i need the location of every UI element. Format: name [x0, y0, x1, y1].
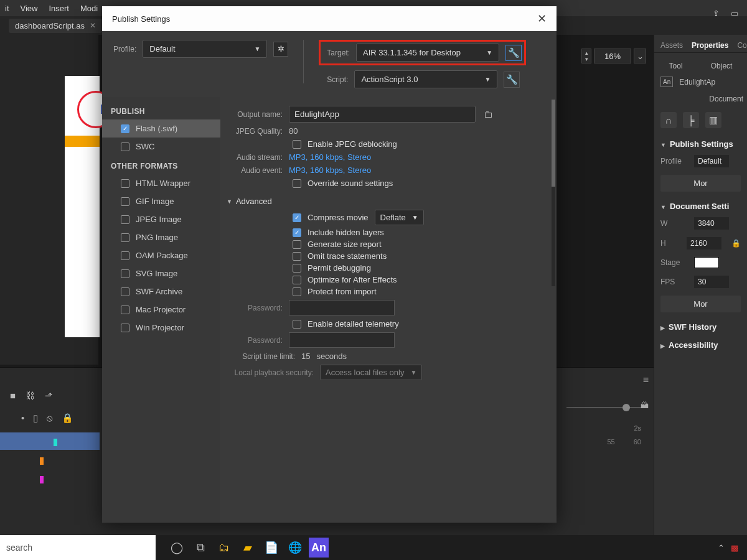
script-limit-value[interactable]: 15: [301, 352, 310, 361]
sidebar-item-swf-archive[interactable]: SWF Archive: [102, 282, 220, 301]
checkbox[interactable]: [121, 215, 129, 224]
dot-icon[interactable]: •: [21, 413, 24, 424]
eye-off-icon[interactable]: ⦸: [47, 413, 53, 424]
page-icon[interactable]: ▯: [33, 413, 38, 424]
close-icon[interactable]: ✕: [537, 12, 547, 26]
checkbox-telemetry[interactable]: [293, 320, 301, 329]
sidebar-item-svg[interactable]: SVG Image: [102, 264, 220, 282]
scrollbar-thumb[interactable]: [552, 100, 555, 187]
checkbox-compress[interactable]: [293, 213, 301, 222]
slider-knob[interactable]: [622, 404, 630, 411]
checkbox-protect-import[interactable]: [293, 287, 301, 296]
script-settings-button[interactable]: 🔧: [504, 72, 520, 88]
taskbar-search[interactable]: search: [0, 535, 156, 560]
menu-modify[interactable]: Modi: [80, 4, 98, 13]
more-settings-button[interactable]: Mor: [660, 175, 741, 192]
section-accessibility[interactable]: Accessibility: [654, 334, 747, 352]
audio-event-link[interactable]: MP3, 160 kbps, Stereo: [289, 166, 371, 175]
task-view-icon[interactable]: ⧉: [190, 538, 210, 558]
cortana-icon[interactable]: ◯: [167, 538, 187, 558]
sidebar-item-mac-projector[interactable]: Mac Projector: [102, 301, 220, 319]
zoom-stepper[interactable]: ▴▾: [581, 49, 591, 63]
scrollbar[interactable]: [552, 100, 555, 286]
menu-edit[interactable]: it: [5, 4, 9, 13]
sidebar-item-png[interactable]: PNG Image: [102, 228, 220, 246]
fps-value[interactable]: 30: [694, 276, 729, 288]
subtab-object[interactable]: Object: [711, 62, 733, 70]
checkbox-hidden-layers[interactable]: [293, 228, 301, 237]
panel-menu-icon[interactable]: ≡: [643, 375, 649, 386]
stage-color-swatch[interactable]: [694, 257, 719, 268]
selected-layer[interactable]: [0, 432, 100, 450]
checkbox[interactable]: [121, 251, 129, 260]
film-icon[interactable]: ▥: [705, 112, 721, 128]
lock-icon[interactable]: 🔒: [731, 239, 741, 248]
zoom-dropdown[interactable]: ⌄: [634, 49, 646, 63]
menu-insert[interactable]: Insert: [49, 4, 69, 13]
subtab-tool[interactable]: Tool: [669, 62, 683, 70]
share-icon[interactable]: ⇪: [713, 9, 720, 18]
target-dropdown[interactable]: AIR 33.1.1.345 for Desktop ▼: [356, 44, 499, 62]
workspace-icon[interactable]: ▭: [731, 9, 738, 18]
local-playback-dropdown[interactable]: Access local files only▼: [320, 365, 422, 380]
sidebar-item-gif[interactable]: GIF Image: [102, 192, 220, 210]
notepad-icon[interactable]: 📄: [261, 538, 281, 558]
checkbox[interactable]: [121, 324, 129, 332]
sticky-notes-icon[interactable]: ▰: [238, 538, 258, 558]
tab-properties[interactable]: Properties: [690, 39, 730, 52]
doc-height[interactable]: 2160: [687, 237, 721, 250]
close-icon[interactable]: ✕: [90, 21, 96, 30]
align-icon[interactable]: ╞: [683, 112, 699, 128]
checkbox[interactable]: [121, 287, 129, 296]
checkbox[interactable]: [121, 306, 129, 314]
checkbox-omit-trace[interactable]: [293, 252, 301, 261]
section-document-settings[interactable]: Document Setti: [654, 195, 747, 213]
checkbox-permit-debug[interactable]: [293, 264, 301, 273]
stage-canvas[interactable]: E: [65, 76, 100, 337]
checkbox[interactable]: [121, 124, 129, 133]
menu-view[interactable]: View: [21, 4, 38, 13]
checkbox[interactable]: [121, 142, 129, 151]
checkbox[interactable]: [121, 269, 129, 278]
sidebar-item-html-wrapper[interactable]: HTML Wrapper: [102, 174, 220, 192]
chrome-icon[interactable]: 🌐: [285, 538, 305, 558]
sidebar-item-oam[interactable]: OAM Package: [102, 246, 220, 264]
zoom-value[interactable]: 16%: [594, 49, 631, 63]
timeline-zoom-slider[interactable]: [566, 407, 641, 408]
animate-icon[interactable]: An: [309, 538, 329, 558]
camera-icon[interactable]: ■: [10, 390, 16, 401]
profile-value[interactable]: Default: [694, 155, 729, 167]
graph-icon[interactable]: ⛓: [26, 390, 35, 401]
checkbox-optimize-ae[interactable]: [293, 276, 301, 284]
sidebar-item-swc[interactable]: SWC: [102, 138, 220, 156]
doc-width[interactable]: 3840: [694, 217, 729, 230]
section-swf-history[interactable]: SWF History: [654, 316, 747, 334]
chart-icon[interactable]: ⬏: [45, 390, 53, 401]
tab-assets[interactable]: Assets: [659, 39, 684, 52]
jpeg-quality-value[interactable]: 80: [289, 126, 298, 136]
tray-chevron-icon[interactable]: ⌃: [718, 543, 725, 553]
profile-dropdown[interactable]: Default ▼: [143, 40, 267, 58]
checkbox-size-report[interactable]: [293, 240, 301, 249]
checkbox[interactable]: [121, 197, 129, 206]
audio-stream-link[interactable]: MP3, 160 kbps, Stereo: [289, 152, 371, 162]
checkbox-override-sound[interactable]: [293, 179, 301, 188]
output-name-input[interactable]: [289, 106, 476, 123]
sidebar-item-win-projector[interactable]: Win Projector: [102, 319, 220, 337]
sidebar-item-flash[interactable]: Flash (.swf): [102, 119, 220, 138]
checkbox[interactable]: [121, 179, 129, 188]
folder-icon[interactable]: 🗀: [482, 108, 494, 121]
tray-app-icon[interactable]: ▩: [731, 543, 738, 553]
tab-dashboardscript[interactable]: dashboardScript.as ✕: [9, 19, 102, 33]
more-doc-button[interactable]: Mor: [660, 296, 741, 312]
section-publish-settings[interactable]: Publish Settings: [654, 133, 747, 151]
target-settings-button[interactable]: 🔧: [505, 45, 522, 61]
compress-mode-dropdown[interactable]: Deflate▼: [375, 210, 424, 225]
magnet-icon[interactable]: ∩: [660, 112, 677, 128]
checkbox-jpeg-deblocking[interactable]: [293, 140, 301, 149]
profile-options-button[interactable]: ✲: [273, 42, 288, 57]
lock-icon[interactable]: 🔒: [62, 413, 73, 424]
explorer-icon[interactable]: 🗂: [214, 538, 234, 558]
tab-color[interactable]: Colo: [736, 39, 747, 52]
checkbox[interactable]: [121, 233, 129, 242]
